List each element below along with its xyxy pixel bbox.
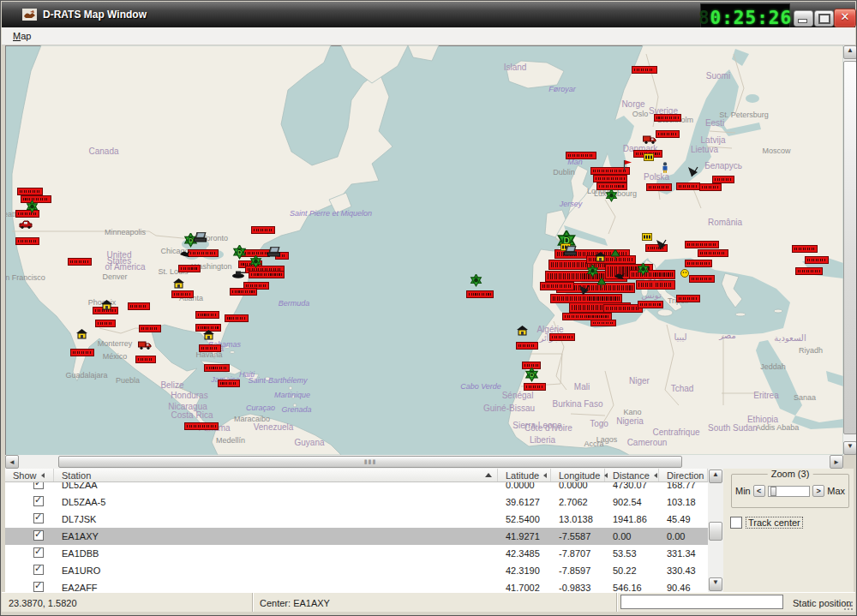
tps-icon[interactable] (644, 153, 654, 161)
show-station-checkbox[interactable] (33, 513, 44, 523)
station-label-marker[interactable] (204, 364, 230, 372)
map-horizontal-scrollbar[interactable]: ◄ ▮▮▮ ► (5, 455, 843, 469)
dish-icon[interactable] (686, 166, 699, 177)
zoom-in-button[interactable]: > (812, 485, 824, 497)
station-label-marker[interactable] (549, 333, 575, 341)
map-vscroll-thumb[interactable] (843, 61, 857, 434)
tree-icon[interactable] (610, 249, 620, 260)
station-label-marker[interactable] (184, 422, 219, 430)
station-label-marker[interactable] (516, 342, 538, 350)
car-icon[interactable] (19, 220, 33, 229)
laptop-icon[interactable] (564, 246, 577, 257)
star-icon[interactable] (26, 200, 39, 213)
tank-icon[interactable] (231, 270, 245, 278)
zoom-slider-thumb[interactable] (770, 487, 776, 496)
star-icon[interactable] (470, 274, 482, 287)
station-label-marker[interactable] (466, 290, 494, 298)
column-header-latitude[interactable]: Latitude (498, 469, 551, 481)
station-label-marker[interactable] (656, 130, 680, 138)
house-icon[interactable] (517, 326, 528, 336)
star-d-icon[interactable]: D (232, 245, 247, 260)
tps-icon[interactable] (642, 233, 652, 241)
station-label-marker[interactable] (95, 320, 116, 327)
station-label-marker[interactable] (590, 320, 616, 326)
station-label-marker[interactable] (540, 282, 574, 290)
minimize-button[interactable] (794, 10, 813, 27)
station-label-marker[interactable] (676, 295, 700, 302)
star-icon[interactable] (637, 263, 650, 276)
scroll-up-icon[interactable]: ▲ (843, 45, 857, 59)
table-row[interactable]: DL5ZAA-539.61272.7062902.54103.18 (5, 493, 708, 511)
house-icon[interactable] (101, 300, 112, 310)
status-entry-field[interactable] (620, 595, 783, 609)
column-header-distance[interactable]: Distance (605, 469, 659, 481)
station-label-marker[interactable] (792, 245, 818, 253)
scroll-up-icon[interactable]: ▲ (709, 469, 722, 483)
station-label-marker[interactable] (636, 280, 675, 290)
station-label-marker[interactable] (249, 271, 285, 278)
table-row[interactable]: EA1DBB42.3485-7.870753.53331.34 (5, 545, 708, 562)
star-icon[interactable] (249, 255, 262, 268)
table-row[interactable]: EA2AFF41.7002-0.9833546.1690.46 (5, 579, 708, 592)
house-icon[interactable] (76, 329, 87, 339)
truck-icon[interactable] (643, 135, 656, 144)
station-label-marker[interactable] (68, 258, 92, 266)
tree-icon[interactable] (596, 278, 607, 289)
table-vertical-scrollbar[interactable]: ▲ ▼ (708, 469, 723, 592)
star-d-icon[interactable]: D (524, 368, 539, 382)
map-vertical-scrollbar[interactable]: ▲ ▼ (843, 45, 857, 455)
laptop-icon[interactable] (267, 247, 280, 258)
map-hscroll-thumb[interactable]: ▮▮▮ (58, 456, 682, 468)
show-station-checkbox[interactable] (33, 547, 44, 558)
station-label-marker[interactable] (699, 183, 722, 191)
station-label-marker[interactable] (795, 267, 823, 275)
show-station-checkbox[interactable] (33, 496, 44, 506)
station-label-marker[interactable] (805, 256, 829, 264)
station-label-marker[interactable] (230, 288, 257, 296)
star-icon[interactable] (605, 189, 618, 202)
station-label-marker[interactable] (524, 383, 546, 391)
map-canvas[interactable]: CanadaMinneapolisTorontoChicagoWashingto… (5, 45, 843, 455)
menu-item-map[interactable]: Map (2, 29, 38, 44)
house-icon[interactable] (595, 252, 606, 262)
station-label-marker[interactable] (685, 241, 719, 248)
station-table-header[interactable]: ShowStationLatitudeLongitudeDistanceDire… (5, 469, 708, 482)
station-label-marker[interactable] (689, 275, 715, 283)
station-label-marker[interactable] (70, 349, 94, 356)
station-label-marker[interactable] (654, 114, 681, 122)
table-row[interactable]: DL5ZAA0.00000.00004730.07168.77 (5, 482, 708, 493)
station-label-marker[interactable] (225, 314, 249, 322)
truck-icon[interactable] (138, 340, 152, 350)
station-label-marker[interactable] (698, 249, 728, 257)
station-label-marker[interactable] (685, 260, 712, 267)
bird-icon[interactable] (179, 249, 191, 258)
station-label-marker[interactable] (171, 290, 194, 298)
station-table[interactable]: DL5ZAA0.00000.00004730.07168.77DL5ZAA-53… (5, 482, 708, 592)
station-label-marker[interactable] (128, 302, 150, 310)
station-label-marker[interactable] (632, 66, 657, 74)
bird-icon[interactable] (614, 272, 626, 280)
table-row[interactable]: EA1URO42.3190-7.859750.22330.43 (5, 562, 708, 579)
station-label-marker[interactable] (676, 182, 700, 190)
dish-icon[interactable] (578, 284, 590, 296)
scroll-down-icon[interactable]: ▼ (843, 441, 857, 455)
column-header-longitude[interactable]: Longitude (551, 469, 605, 481)
star-icon[interactable] (586, 265, 599, 278)
smiley-icon[interactable] (680, 269, 689, 278)
maximize-button[interactable] (814, 10, 834, 27)
zoom-out-button[interactable]: < (753, 485, 765, 497)
resize-grip[interactable] (842, 600, 854, 611)
column-header-station[interactable]: Station (54, 469, 498, 481)
laptop-icon[interactable] (194, 232, 207, 243)
station-label-marker[interactable] (188, 249, 219, 257)
column-header-show[interactable]: Show (5, 469, 54, 481)
house-icon[interactable] (203, 330, 214, 340)
flag-icon[interactable] (623, 160, 632, 170)
station-label-marker[interactable] (712, 176, 734, 183)
station-label-marker[interactable] (139, 325, 161, 332)
show-station-checkbox[interactable] (33, 482, 44, 489)
station-label-marker[interactable] (646, 183, 672, 191)
show-station-checkbox[interactable] (33, 565, 44, 575)
station-label-marker[interactable] (199, 344, 221, 352)
station-label-marker[interactable] (593, 175, 627, 182)
